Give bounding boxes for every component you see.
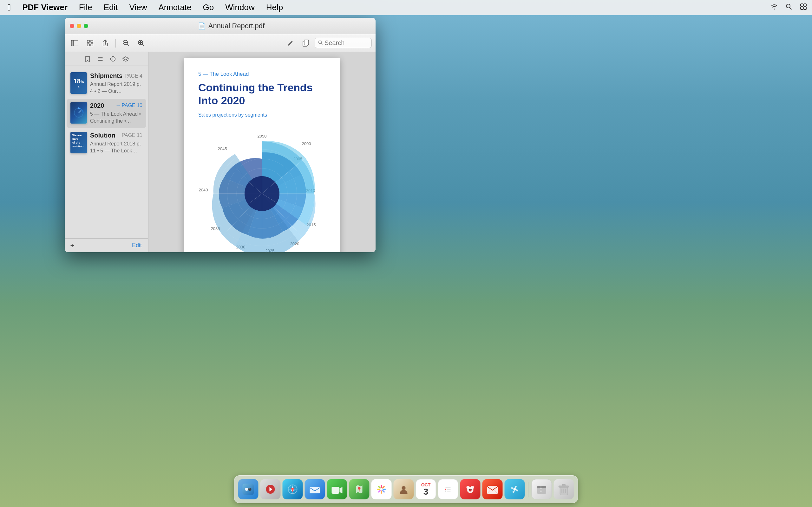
dock-reminders[interactable] — [438, 479, 458, 499]
solution-title: Solution — [90, 132, 115, 139]
menu-file[interactable]: File — [77, 1, 95, 14]
svg-point-27 — [78, 107, 80, 109]
dock-airmail[interactable] — [483, 479, 503, 499]
svg-point-62 — [246, 488, 247, 489]
svg-point-25 — [113, 57, 113, 58]
share-button[interactable] — [99, 38, 112, 49]
title-bar: 📄 Annual Report.pdf — [65, 18, 375, 34]
dock-mail[interactable] — [305, 479, 325, 499]
pdf-subtitle: Sales projections by segments — [198, 112, 326, 118]
grid-view-button[interactable] — [84, 38, 96, 49]
dock-photos[interactable] — [371, 479, 392, 499]
sales-chart: 2050 2045 2040 2035 2030 2025 2020 — [194, 129, 330, 252]
svg-point-60 — [245, 488, 248, 491]
svg-point-73 — [358, 487, 361, 490]
svg-rect-11 — [91, 44, 93, 46]
dock-safari[interactable] — [283, 479, 303, 499]
2020-desc: 5 — The Look Ahead • Continuing the • Tr… — [90, 111, 142, 125]
search-menubar-icon[interactable] — [785, 3, 792, 12]
menu-annotate[interactable]: Annotate — [156, 1, 194, 14]
sidebar: 18% ▲ Shipments PAGE 4 Annual Report 201… — [65, 52, 148, 252]
annotate-button[interactable] — [284, 38, 297, 49]
dock-trash[interactable] — [554, 479, 574, 499]
svg-point-87 — [471, 489, 472, 490]
pdf-section-label: 5 — The Look Ahead — [198, 71, 326, 77]
sidebar-thumb-shipments: 18% ▲ — [70, 72, 87, 94]
close-button[interactable] — [70, 24, 74, 28]
pdf-icon: 📄 — [198, 22, 206, 30]
apple-menu[interactable]:  — [5, 1, 13, 14]
search-icon — [318, 40, 322, 46]
svg-rect-1 — [801, 4, 803, 6]
svg-point-61 — [248, 488, 252, 491]
control-center-icon[interactable] — [800, 3, 807, 12]
pdf-main-title: Continuing the Trends Into 2020 — [198, 81, 326, 107]
app-name[interactable]: PDF Viewer — [20, 1, 70, 14]
maximize-button[interactable] — [84, 24, 88, 28]
dock-bear[interactable] — [460, 479, 480, 499]
svg-rect-18 — [304, 40, 309, 45]
dock-facetime[interactable] — [327, 479, 347, 499]
main-content: 18% ▲ Shipments PAGE 4 Annual Report 201… — [65, 52, 375, 252]
svg-rect-91 — [537, 486, 546, 488]
2020-page[interactable]: → → PAGE 10 PAGE 10 — [115, 103, 142, 108]
sidebar-item-shipments[interactable]: 18% ▲ Shipments PAGE 4 Annual Report 201… — [67, 69, 146, 98]
zoom-in-button[interactable] — [135, 38, 148, 49]
info-tool-button[interactable] — [107, 54, 119, 64]
toolbar — [65, 34, 375, 52]
menu-window[interactable]: Window — [223, 1, 257, 14]
sidebar-item-solution[interactable]: We arepartof thesolution. Solution PAGE … — [67, 129, 146, 158]
svg-point-0 — [786, 4, 790, 8]
svg-text:2000: 2000 — [302, 141, 311, 146]
dock-calendar[interactable]: OCT 3 — [416, 479, 436, 499]
layers-tool-button[interactable] — [120, 54, 131, 64]
pdf-page: 5 — The Look Ahead Continuing the Trends… — [184, 58, 340, 252]
dock-contacts[interactable] — [394, 479, 414, 499]
svg-text:2040: 2040 — [199, 187, 208, 192]
search-input[interactable] — [324, 39, 368, 47]
menubar:  PDF Viewer File Edit View Annotate Go … — [0, 0, 812, 15]
svg-rect-10 — [87, 44, 90, 46]
edit-button[interactable]: Edit — [130, 241, 144, 250]
list-tool-button[interactable] — [95, 54, 106, 64]
dock-maps[interactable] — [349, 479, 369, 499]
dock-xip[interactable] — [531, 479, 552, 499]
minimize-button[interactable] — [77, 24, 81, 28]
svg-text:2045: 2045 — [218, 147, 227, 151]
dock-launchpad[interactable] — [260, 479, 281, 499]
2020-title: 2020 — [90, 102, 104, 109]
svg-point-86 — [469, 489, 470, 490]
search-box[interactable] — [315, 38, 372, 48]
svg-text:2050: 2050 — [258, 134, 267, 138]
wifi-icon[interactable] — [771, 3, 778, 12]
bookmark-tool-button[interactable] — [82, 54, 93, 64]
sidebar-thumb-solution: We arepartof thesolution. — [70, 132, 87, 153]
svg-point-89 — [513, 488, 516, 491]
dock-separator — [528, 482, 528, 497]
svg-point-63 — [249, 488, 250, 489]
shipments-desc: Annual Report 2019 p. 4 • 2 — Our Perfor… — [90, 81, 142, 95]
svg-rect-93 — [541, 488, 542, 489]
sidebar-items: 18% ▲ Shipments PAGE 4 Annual Report 201… — [65, 66, 148, 238]
zoom-out-button[interactable] — [119, 38, 132, 49]
menu-go[interactable]: Go — [200, 1, 217, 14]
sidebar-thumb-2020 — [70, 102, 87, 124]
dock-finder[interactable] — [238, 479, 258, 499]
add-bookmark-button[interactable]: + — [68, 242, 76, 249]
sidebar-item-2020[interactable]: 2020 → → PAGE 10 PAGE 10 5 — The Look Ah… — [67, 99, 146, 128]
dock-breezeplus[interactable] — [505, 479, 525, 499]
menu-help[interactable]: Help — [264, 1, 286, 14]
svg-point-84 — [471, 486, 474, 489]
svg-rect-3 — [801, 7, 803, 9]
sidebar-footer: + Edit — [65, 238, 148, 252]
window-title: 📄 Annual Report.pdf — [92, 22, 370, 30]
sidebar-toggle-button[interactable] — [68, 38, 81, 49]
svg-rect-71 — [332, 487, 339, 494]
svg-rect-4 — [804, 7, 806, 9]
copy-button[interactable] — [299, 38, 312, 49]
menu-view[interactable]: View — [127, 1, 150, 14]
shipments-page: PAGE 4 — [124, 73, 142, 79]
toolbar-separator-1 — [115, 39, 116, 48]
menu-edit[interactable]: Edit — [101, 1, 120, 14]
shipments-title: Shipments — [90, 72, 122, 79]
